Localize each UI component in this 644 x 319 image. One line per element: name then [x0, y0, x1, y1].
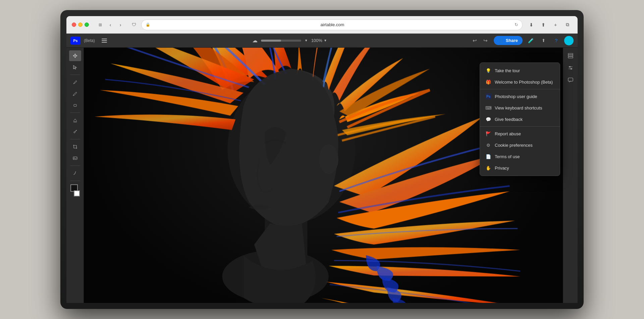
- progress-bar: [261, 40, 301, 42]
- browser-window: ⊞ ‹ › 🛡 🔒 airtable.com ↻ ⬇ ⬆ + ⧉: [66, 16, 578, 303]
- download-icon[interactable]: ⬇: [527, 20, 536, 30]
- user-guide-label: Photoshop user guide: [495, 94, 537, 99]
- ps-topbar: Ps (Beta) ☁ ▼ 100% ▼: [66, 34, 578, 48]
- menu-item-privacy[interactable]: ✋ Privacy: [480, 162, 560, 174]
- dropdown-separator-1: [480, 89, 560, 89]
- keyboard-shortcuts-label: View keyboard shortcuts: [495, 105, 542, 110]
- maximize-button[interactable]: [85, 22, 89, 27]
- layers-panel-icon[interactable]: [565, 50, 577, 61]
- lock-icon: 🔒: [146, 22, 150, 27]
- traffic-lights: [72, 22, 89, 27]
- beta-label: (Beta): [84, 38, 95, 43]
- help-icon[interactable]: ?: [551, 36, 561, 45]
- tool-image[interactable]: [69, 153, 81, 164]
- cloud-icon: ☁: [252, 37, 258, 44]
- hamburger-line: [102, 40, 107, 41]
- share-icon[interactable]: ⬆: [539, 20, 548, 30]
- tool-brush[interactable]: [69, 77, 81, 88]
- add-tab-button[interactable]: +: [551, 20, 560, 30]
- hamburger-menu[interactable]: [100, 36, 109, 45]
- tool-eraser[interactable]: [69, 100, 81, 110]
- cookie-preferences-label: Cookie preferences: [495, 143, 533, 148]
- give-feedback-label: Give feedback: [495, 117, 523, 122]
- comments-panel-icon[interactable]: [565, 75, 577, 85]
- progress-fill: [261, 40, 281, 42]
- color-wells[interactable]: [69, 184, 81, 196]
- close-button[interactable]: [72, 22, 76, 27]
- zoom-control[interactable]: 100% ▼: [311, 38, 327, 43]
- tool-select[interactable]: [69, 62, 81, 73]
- svg-rect-13: [568, 53, 573, 55]
- cookie-icon: ⚙: [485, 142, 491, 148]
- menu-item-welcome[interactable]: 🎁 Welcome to Photoshop (Beta): [480, 76, 560, 88]
- share-button[interactable]: 👤 Share: [494, 36, 523, 45]
- help-dropdown: 💡 Take the tour 🎁 Welcome to Photoshop (…: [480, 62, 560, 176]
- shield-icon: 🛡: [129, 20, 139, 30]
- tab-overview-icon[interactable]: ⧉: [563, 20, 572, 30]
- menu-item-keyboard-shortcuts[interactable]: ⌨ View keyboard shortcuts: [480, 102, 560, 113]
- menu-item-cookie-preferences[interactable]: ⚙ Cookie preferences: [480, 139, 560, 151]
- welcome-label: Welcome to Photoshop (Beta): [495, 80, 553, 85]
- background-color[interactable]: [74, 190, 80, 196]
- reload-button[interactable]: ↻: [515, 22, 518, 27]
- menu-item-report-abuse[interactable]: 🚩 Report abuse: [480, 128, 560, 139]
- report-abuse-label: Report abuse: [495, 131, 521, 136]
- user-avatar[interactable]: [564, 36, 574, 45]
- browser-actions: ⬇ ⬆ + ⧉: [527, 20, 572, 30]
- menu-item-user-guide[interactable]: Ps Photoshop user guide: [480, 91, 560, 102]
- zoom-dropdown-icon[interactable]: ▼: [324, 39, 327, 42]
- dropdown-separator-2: [480, 126, 560, 127]
- browser-nav: ⊞ ‹ ›: [96, 20, 125, 30]
- adjustments-panel-icon[interactable]: [565, 62, 577, 73]
- menu-item-give-feedback[interactable]: 💬 Give feedback: [480, 113, 560, 125]
- svg-point-18: [569, 66, 571, 67]
- export-icon[interactable]: ⬆: [539, 36, 548, 45]
- svg-rect-14: [568, 55, 573, 56]
- topbar-right: ↩ ↪ 👤 Share 🧪 ⬆ ?: [470, 36, 574, 45]
- share-button-label: Share: [506, 38, 518, 43]
- keyboard-icon: ⌨: [485, 105, 491, 111]
- labs-icon[interactable]: 🧪: [526, 36, 535, 45]
- toolbar-separator-4: [70, 166, 80, 166]
- tool-move[interactable]: [69, 50, 81, 61]
- toolbar-separator: [70, 75, 80, 75]
- address-bar[interactable]: 🔒 airtable.com ↻: [141, 19, 523, 30]
- undo-button[interactable]: ↩: [470, 36, 480, 45]
- laptop-frame: ⊞ ‹ › 🛡 🔒 airtable.com ↻ ⬇ ⬆ + ⧉: [60, 10, 584, 309]
- minimize-button[interactable]: [78, 22, 83, 27]
- tool-eyedropper[interactable]: [69, 126, 81, 137]
- feedback-icon: 💬: [485, 116, 491, 122]
- right-panel: [563, 48, 578, 303]
- back-button[interactable]: ‹: [106, 20, 115, 30]
- hamburger-line: [102, 42, 107, 43]
- redo-button[interactable]: ↪: [481, 36, 490, 45]
- flag-icon: 🚩: [485, 131, 491, 137]
- document-icon: 📄: [485, 153, 491, 160]
- tool-crop[interactable]: [69, 141, 81, 152]
- left-toolbar: [66, 48, 84, 303]
- tool-smudge[interactable]: [69, 168, 81, 179]
- forward-button[interactable]: ›: [116, 20, 125, 30]
- svg-rect-15: [568, 57, 573, 58]
- tab-grid-icon[interactable]: ⊞: [96, 20, 105, 30]
- toolbar-separator-3: [70, 139, 80, 139]
- hand-icon: ✋: [485, 165, 491, 171]
- browser-chrome: ⊞ ‹ › 🛡 🔒 airtable.com ↻ ⬇ ⬆ + ⧉: [66, 16, 578, 34]
- svg-point-4: [76, 130, 77, 131]
- svg-rect-5: [73, 157, 77, 160]
- menu-item-terms-of-use[interactable]: 📄 Terms of use: [480, 151, 560, 162]
- menu-item-take-tour[interactable]: 💡 Take the tour: [480, 65, 560, 76]
- lightbulb-icon: 💡: [485, 67, 491, 74]
- take-tour-label: Take the tour: [495, 68, 520, 73]
- progress-dropdown-icon[interactable]: ▼: [305, 39, 308, 42]
- photoshop-app: Ps (Beta) ☁ ▼ 100% ▼: [66, 34, 578, 303]
- undo-redo-group: ↩ ↪: [470, 36, 490, 45]
- svg-point-12: [319, 144, 338, 174]
- zoom-level-text: 100%: [311, 38, 322, 43]
- tool-fill[interactable]: [69, 115, 81, 126]
- topbar-center: ☁ ▼ 100% ▼: [112, 37, 467, 44]
- terms-of-use-label: Terms of use: [495, 154, 520, 159]
- hamburger-line: [102, 39, 107, 39]
- ps-logo: Ps: [70, 37, 80, 45]
- tool-pencil[interactable]: [69, 88, 81, 99]
